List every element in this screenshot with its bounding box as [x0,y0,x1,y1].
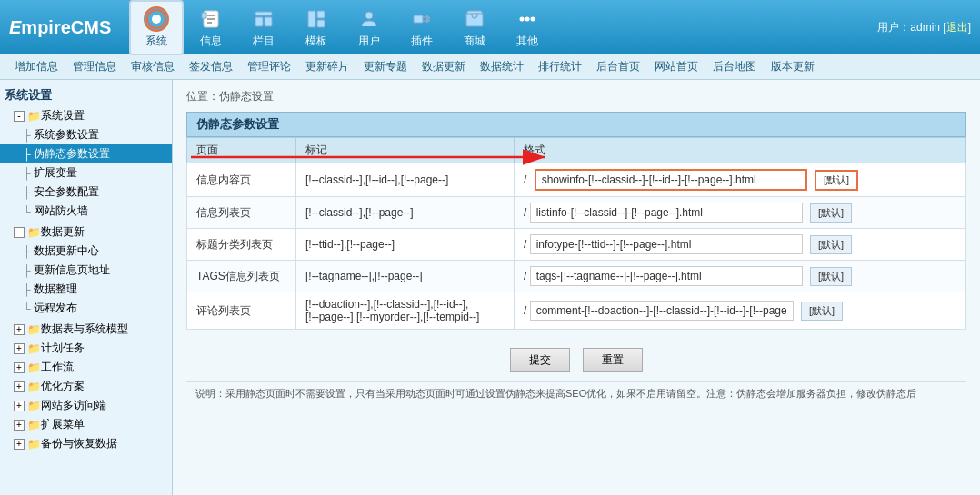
sidebar-section-system: - 📁 系统设置 ├ 系统参数设置 ├ 伪静态参数设置 ├ 扩展变量 ├ 安全参… [0,106,172,221]
sidebar-item-sys-params[interactable]: ├ 系统参数设置 [0,125,172,144]
submit-button[interactable]: 提交 [510,348,570,372]
sidebar-section-extend-menu[interactable]: + 📁 扩展菜单 [0,415,172,434]
sidebar-item-data-sort[interactable]: ├ 数据整理 [0,280,172,299]
sidebar-item-security[interactable]: ├ 安全参数配置 [0,183,172,202]
sidebar-section-schedule[interactable]: + 📁 计划任务 [0,339,172,358]
template-icon [304,6,329,32]
nav-column[interactable]: 栏目 [238,2,289,54]
col-format: 格式 [515,138,966,163]
sidebar-section-workflow[interactable]: + 📁 工作流 [0,358,172,377]
nav-user[interactable]: 用户 [344,2,395,54]
sidebar-section-backup[interactable]: + 📁 备份与恢复数据 [0,434,172,453]
system-icon [144,6,169,32]
sidebar-item-remote-publish[interactable]: └ 远程发布 [0,299,172,318]
nav-audit-info[interactable]: 审核信息 [124,57,182,76]
expand-icon-extend-menu: + [14,420,25,431]
nav-site-home[interactable]: 网站首页 [647,57,705,76]
nav-data-update[interactable]: 数据更新 [415,57,473,76]
nav-other[interactable]: 其他 [502,2,553,54]
svg-rect-9 [265,17,272,26]
other-icon [515,6,540,32]
svg-rect-12 [317,20,325,27]
nav-add-info[interactable]: 增加信息 [7,57,65,76]
nav-info[interactable]: 信息 [185,2,236,54]
row3-default-btn[interactable]: [默认] [810,235,852,254]
nav-column-label: 栏目 [253,34,275,49]
row1-page: 信息内容页 [187,163,296,197]
sidebar-item-update-addr[interactable]: ├ 更新信息页地址 [0,261,172,280]
row4-page: TAGS信息列表页 [187,261,296,292]
row5-format-input[interactable] [530,301,794,321]
sidebar-section-data-update-title[interactable]: - 📁 数据更新 [0,223,172,242]
sidebar-system-label: 系统设置 [41,108,85,124]
nav-items: 系统 信息 栏目 模板 [129,0,877,55]
nav-template[interactable]: 模板 [291,2,342,54]
note-text: 说明：采用静态页面时不需要设置，只有当采用动态页面时可通过设置伪静态来提高SEO… [186,381,966,405]
shop-icon [462,6,487,32]
table-row: 信息内容页 [!--classid--],[!--id--],[!--page-… [187,163,966,197]
nav-system[interactable]: 系统 [129,0,184,55]
svg-rect-16 [466,14,483,26]
sidebar-section-system-title[interactable]: - 📁 系统设置 [0,106,172,125]
row2-page: 信息列表页 [187,197,296,229]
nav-shop[interactable]: 商城 [449,2,500,54]
svg-point-18 [525,16,530,21]
logout-link[interactable]: 退出 [946,21,968,34]
sidebar-item-firewall[interactable]: └ 网站防火墙 [0,202,172,221]
sidebar-title: 系统设置 [0,84,172,106]
expand-icon-workflow: + [14,362,25,373]
row5-page: 评论列表页 [187,292,296,330]
row4-format: / [默认] [515,261,966,292]
form-buttons: 提交 重置 [186,339,966,381]
sidebar-item-extend-var[interactable]: ├ 扩展变量 [0,163,172,183]
nav-data-stats[interactable]: 数据统计 [473,57,531,76]
sidebar-section-data-table[interactable]: + 📁 数据表与系统模型 [0,320,172,339]
table-row: 标题分类列表页 [!--ttid--],[!--page--] / [默认] [187,229,966,261]
nav-rank-stats[interactable]: 排行统计 [531,57,589,76]
sidebar-item-update-center[interactable]: ├ 数据更新中心 [0,242,172,261]
row1-default-btn[interactable]: [默认] [815,170,858,191]
nav-update-fragment[interactable]: 更新碎片 [298,57,356,76]
row3-page: 标题分类列表页 [187,229,296,261]
reset-button[interactable]: 重置 [583,348,643,372]
row3-format: / [默认] [515,229,966,261]
nav-manage-comment[interactable]: 管理评论 [240,57,298,76]
table-row: 评论列表页 [!--doaction--],[!--classid--],[!-… [187,292,966,330]
nav-backend-map[interactable]: 后台地图 [705,57,764,76]
plugin-icon [409,6,435,32]
row2-default-btn[interactable]: [默认] [810,203,852,223]
nav-other-label: 其他 [516,34,538,49]
row3-format-input[interactable] [530,234,803,254]
table-row: 信息列表页 [!--classid--],[!--page--] / [默认] [187,197,966,229]
nav-version-update[interactable]: 版本更新 [764,57,822,76]
svg-rect-14 [414,15,423,23]
row1-format-input[interactable] [535,169,807,191]
row2-format-input[interactable] [530,203,803,223]
row1-marker: [!--classid--],[!--id--],[!--page--] [296,163,515,197]
nav-publish-info[interactable]: 签发信息 [182,57,240,76]
row4-format-input[interactable] [530,266,803,286]
nav-plugin[interactable]: 插件 [396,2,447,54]
nav-backend-home[interactable]: 后台首页 [589,57,647,76]
nav-update-topic[interactable]: 更新专题 [356,57,415,76]
nav-manage-info[interactable]: 管理信息 [65,57,124,76]
nav-system-label: 系统 [145,34,167,49]
sidebar-section-optimize[interactable]: + 📁 优化方案 [0,377,172,396]
sidebar-item-pseudo-static[interactable]: ├ 伪静态参数设置 [0,144,172,163]
sidebar-section-multi-access[interactable]: + 📁 网站多访问端 [0,396,172,415]
nav-info-label: 信息 [200,34,222,49]
col-page: 页面 [187,138,296,163]
folder-icon-system: 📁 [27,110,41,123]
column-icon [251,6,276,32]
row2-format: / [默认] [515,197,966,229]
params-table: 页面 标记 格式 信息内容页 [!--classid--],[!--id--],… [186,137,966,330]
second-navbar: 增加信息 管理信息 审核信息 签发信息 管理评论 更新碎片 更新专题 数据更新 … [0,54,980,80]
row5-default-btn[interactable]: [默认] [801,302,843,321]
expand-icon-optimize: + [14,381,25,392]
section-title: 伪静态参数设置 [186,112,966,137]
main-content: 位置：伪静态设置 伪静态参数设置 页面 标记 格式 信息内容页 [!--clas… [173,80,980,495]
row5-format: / [默认] [515,292,966,330]
row4-default-btn[interactable]: [默认] [810,267,852,286]
nav-plugin-label: 插件 [411,34,433,49]
expand-icon-backup: + [14,439,25,450]
